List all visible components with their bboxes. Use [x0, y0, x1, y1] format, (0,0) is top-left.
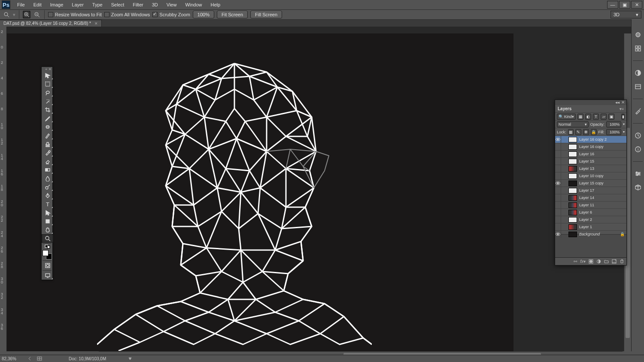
menu-file[interactable]: File	[13, 1, 29, 8]
color-swatch[interactable]	[43, 250, 52, 259]
color-panel-icon[interactable]	[634, 30, 642, 39]
menu-view[interactable]: View	[162, 1, 181, 8]
maximize-button[interactable]: ▣	[619, 1, 630, 9]
collapse-icon[interactable]: «	[46, 67, 47, 71]
layer-row[interactable]: Layer 16	[555, 150, 626, 157]
crop-tool[interactable]	[42, 106, 53, 114]
filter-smart-icon[interactable]: ▣	[608, 114, 614, 120]
filter-toggle[interactable]: ▮	[621, 114, 625, 120]
default-colors-icon[interactable]	[42, 244, 53, 249]
layer-row[interactable]: Layer 11	[555, 201, 626, 208]
fill-screen-button[interactable]: Fill Screen	[250, 11, 282, 18]
visibility-toggle[interactable]	[555, 172, 561, 180]
visibility-toggle[interactable]	[555, 158, 561, 165]
visibility-toggle[interactable]	[555, 143, 561, 151]
menu-type[interactable]: Type	[88, 1, 107, 8]
layer-row[interactable]: Layer 13	[555, 165, 626, 172]
stamp-tool[interactable]	[42, 140, 53, 148]
visibility-toggle[interactable]	[555, 180, 561, 187]
heal-tool[interactable]	[42, 123, 53, 131]
screenmode-icon[interactable]	[42, 271, 53, 280]
layer-row[interactable]: Layer 6	[555, 208, 626, 216]
menu-layer[interactable]: Layer	[67, 1, 88, 8]
resize-windows-checkbox[interactable]: Resize Windows to Fit	[48, 12, 102, 17]
visibility-toggle[interactable]	[555, 187, 561, 194]
zoom-100-button[interactable]: 100%	[193, 11, 214, 18]
group-icon[interactable]	[604, 259, 609, 264]
link-layers-icon[interactable]: ⚯	[574, 259, 577, 264]
eyedropper-tool[interactable]	[42, 114, 53, 123]
info-panel-icon[interactable]: i	[634, 145, 642, 154]
hand-tool[interactable]	[42, 226, 53, 234]
menu-image[interactable]: Image	[46, 1, 68, 8]
filter-pixel-icon[interactable]: ▦	[577, 114, 583, 120]
menu-filter[interactable]: Filter	[128, 1, 147, 8]
fill-input[interactable]: 100%	[606, 129, 621, 135]
lock-move-icon[interactable]: ✥	[583, 129, 589, 135]
blend-mode-select[interactable]: Normal▾	[557, 121, 589, 127]
close-tab-icon[interactable]: ✕	[94, 21, 98, 26]
status-expose-icon[interactable]	[37, 356, 42, 361]
move-tool[interactable]	[42, 71, 53, 80]
visibility-toggle[interactable]	[555, 231, 561, 238]
layer-row[interactable]: Layer 16 copy 2	[555, 136, 626, 143]
layers-tab[interactable]: Layers▾≡	[555, 105, 626, 112]
blur-tool[interactable]	[42, 174, 53, 183]
close-button[interactable]: ✕	[631, 1, 642, 9]
layer-row[interactable]: Layer 15 copy	[555, 179, 626, 187]
layer-row[interactable]: Layer 15	[555, 157, 626, 165]
fx-icon[interactable]: fx▾	[580, 259, 586, 264]
visibility-toggle[interactable]	[555, 194, 561, 202]
workspace-select[interactable]: 3D▾	[611, 11, 641, 18]
layer-row[interactable]: Layer 1	[555, 223, 626, 230]
shape-tool[interactable]	[42, 217, 53, 226]
delete-icon[interactable]	[620, 259, 624, 264]
visibility-toggle[interactable]	[555, 209, 561, 216]
3d-panel-icon[interactable]	[634, 183, 642, 192]
fit-screen-button[interactable]: Fit Screen	[217, 11, 248, 18]
minimize-button[interactable]: —	[607, 1, 618, 9]
gradient-tool[interactable]	[42, 166, 53, 174]
zoom-level[interactable]: 82,36%	[2, 356, 22, 361]
visibility-toggle[interactable]	[555, 136, 561, 143]
layer-row[interactable]: Layer 14	[555, 194, 626, 201]
pen-tool[interactable]	[42, 191, 53, 200]
lock-transparent-icon[interactable]: ▦	[568, 129, 574, 135]
zoom-out-icon[interactable]	[33, 11, 41, 18]
visibility-toggle[interactable]	[555, 165, 561, 172]
lasso-tool[interactable]	[42, 88, 53, 97]
scrubby-zoom-checkbox[interactable]: Scrubby Zoom	[152, 12, 190, 17]
visibility-toggle[interactable]	[555, 223, 561, 231]
visibility-toggle[interactable]	[555, 151, 561, 158]
history-panel-icon[interactable]	[634, 131, 642, 140]
lock-all-icon[interactable]: 🔒	[591, 129, 597, 135]
close-panel-icon[interactable]: ✕	[49, 67, 52, 71]
adjustments-panel-icon[interactable]	[634, 69, 642, 77]
history-brush-tool[interactable]	[42, 148, 53, 157]
layer-row[interactable]: Layer 17	[555, 187, 626, 194]
menu-select[interactable]: Select	[107, 1, 129, 8]
mask-icon[interactable]	[589, 259, 593, 264]
brush-panel-icon[interactable]	[634, 107, 642, 115]
layer-row[interactable]: Layer 10 copy	[555, 172, 626, 179]
swatches-panel-icon[interactable]	[634, 44, 642, 53]
menu-edit[interactable]: Edit	[29, 1, 46, 8]
menu-window[interactable]: Window	[181, 1, 206, 8]
layer-row[interactable]: Layer 16 copy	[555, 143, 626, 150]
path-select-tool[interactable]	[42, 208, 53, 217]
wand-tool[interactable]	[42, 97, 53, 106]
close-panel-icon[interactable]: ✕	[621, 100, 625, 105]
filter-type-icon[interactable]: T	[593, 114, 599, 120]
artboard[interactable]	[7, 33, 513, 351]
type-tool[interactable]: T	[42, 200, 53, 208]
lock-paint-icon[interactable]: ✎	[575, 129, 581, 135]
brush-tool[interactable]	[42, 131, 53, 140]
zoom-in-icon[interactable]	[23, 11, 30, 18]
filter-kind-select[interactable]: 🔍Kind ▾	[557, 114, 576, 120]
visibility-toggle[interactable]	[555, 216, 561, 223]
menu-3d[interactable]: 3D	[148, 1, 162, 8]
menu-help[interactable]: Help	[207, 1, 225, 8]
zoom-all-checkbox[interactable]: Zoom All Windows	[104, 12, 150, 17]
visibility-toggle[interactable]	[555, 202, 561, 209]
filter-adjust-icon[interactable]: ◐	[585, 114, 591, 120]
